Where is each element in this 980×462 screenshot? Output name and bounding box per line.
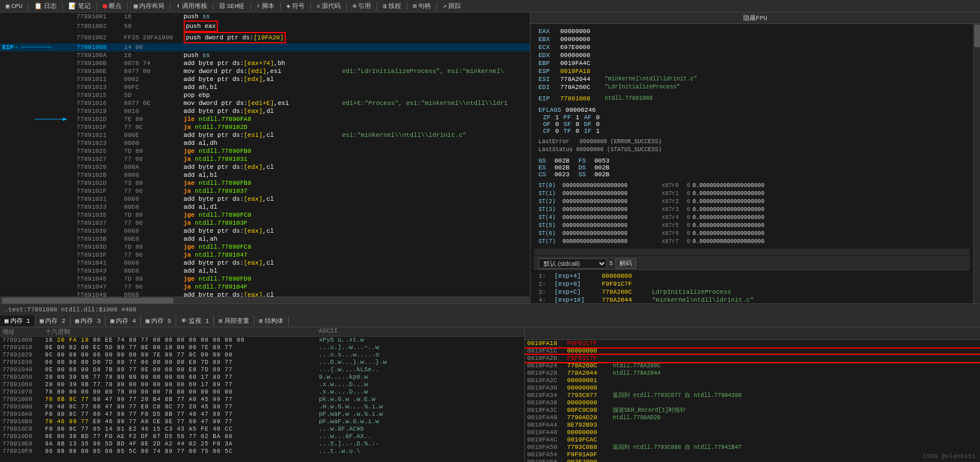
toolbar-src[interactable]: ◇ 源代码 [313,1,345,11]
mem-row[interactable]: 778910E0 9A 8B 13 35 96 5D BD 4F 8E 2D A… [0,440,524,448]
mem-row[interactable]: 778910C0 F0 80 8C 77 05 14 01 E2 46 15 C… [0,425,524,433]
toolbar-script[interactable]: ⚡ 脚本 [253,1,278,11]
mem-row[interactable]: 77891070 78 80 00 00 00 00 78 00 00 00 7… [0,388,524,396]
table-row[interactable]: 7789102D 73 89 jae ntdll.77890FB8 [0,179,530,187]
table-row[interactable]: 77891033 00D8 add al,dl [0,203,530,211]
mem-row[interactable]: 778910A0 F0 80 8C 77 60 47 99 77 F0 D5 8… [0,411,524,418]
cs-entry-1[interactable]: 1: [esp+4] 00000000 [538,272,965,280]
table-row[interactable]: 7789102B 0008 add al,bl [0,171,530,179]
mem-row[interactable]: 77891030 06 00 08 00 D0 7D 89 77 06 00 0… [0,359,524,366]
table-row[interactable]: 7789100A 16 push ss [0,51,530,59]
table-row[interactable]: 77891002 50 push eax [0,21,530,32]
reg-scrollbar-thumb[interactable] [974,25,980,47]
table-row[interactable]: 77891015 5D pop ebp [0,91,530,99]
cs-entry-4[interactable]: 4: [esp+10] 778A2044 "minkernel\ntdll\ld… [538,296,965,303]
reg-edx[interactable]: EDX 00000000 [538,51,965,59]
table-row[interactable]: 77891023 0000 add al,dh [0,139,530,147]
memory-table[interactable]: 77891000 16 20 FA 19 00 EE 74 89 77 00 0… [0,337,524,462]
table-row[interactable]: 77891035 7D 89 jge ntdll.77890FC0 [0,211,530,219]
toolbar-log[interactable]: 📋 日志 [31,1,60,11]
toolbar-sym[interactable]: ◈ 符号 [283,1,308,11]
disassembly-view[interactable]: 77891001 16 push ss 77891002 50 push eax [0,13,530,297]
table-row[interactable]: 77891021 000E add byte ptr ds:[esi],cl e… [0,131,530,139]
table-row[interactable]: 77891043 00D8 add al,bl [0,267,530,275]
stack-row[interactable]: 0019FA4C 0019FCAC [525,436,980,444]
table-row[interactable]: 77891013 00FC add ah,bl [0,83,530,91]
tab-struct[interactable]: ⊠ 结构体 [254,315,289,326]
stack-row[interactable]: 0019FA20 F9F91C7F [525,355,980,362]
mem-row[interactable]: 77891040 0E 00 08 00 D8 7B 89 77 0E 00 0… [0,366,524,374]
table-row[interactable]: 7789102F 77 06 ja ntdll.77891037 [0,187,530,195]
toolbar-ref[interactable]: ⊕ 引用 [349,1,374,11]
table-row[interactable]: 77891029 000A add byte ptr ds:[edx],cl [0,163,530,171]
table-row[interactable]: 77891049 0008 add byte ptr ds:[eax],cl [0,291,530,297]
mem-row[interactable]: 778910B0 70 46 99 77 E0 46 99 77 A0 CE 8… [0,418,524,425]
cs-entry-2[interactable]: 2: [esp+8] F9F91C7F [538,280,965,288]
tab-locals[interactable]: ⊞ 局部变量 [214,315,254,326]
mem-row[interactable]: 77891080 70 6B 8C 77 60 47 99 77 20 B4 8… [0,396,524,403]
table-row[interactable]: 77891045 7D 89 jge ntdll.77890FD0 [0,275,530,283]
reg-eip[interactable]: EIP 77891008 ntdll.77891008 [538,95,965,103]
mem-row[interactable]: 77891060 20 00 39 9B 77 78 80 00 00 00 0… [0,381,524,388]
mem-row[interactable]: 778910D0 0E 00 38 BD 77 FD AE F2 DF 07 D… [0,433,524,440]
table-row[interactable]: 77891011 0002 add byte ptr ds:[edx],al [0,75,530,83]
reg-eax[interactable]: EAX 00000000 [538,27,965,35]
table-row[interactable]: 77891027 77 08 ja ntdll.77891031 [0,155,530,163]
table-row[interactable]: 77891025 7D 89 jge ntdll.77890FB0 [0,147,530,155]
mem-row[interactable]: 77891000 16 20 FA 19 00 EE 74 89 77 00 0… [0,337,524,344]
stack-row[interactable]: 0019FA24 778A260C ntdll.778A260C [525,362,980,370]
table-row[interactable]: 77891047 77 06 ja ntdll.7789104F [0,283,530,291]
mem-row[interactable]: 77891020 0C 00 08 00 06 00 00 00 00 7E 8… [0,351,524,359]
tab-memory2[interactable]: ▦ 内存 2 [35,315,71,326]
toolbar-handle[interactable]: ⊞ 句柄 [410,1,435,11]
toolbar-note[interactable]: 📝 笔记 [65,1,94,11]
table-row[interactable]: 77891037 77 06 ja ntdll.7789103F [0,219,530,227]
toolbar-breakpoint[interactable]: 断点 [99,1,125,11]
toolbar-thread[interactable]: ⇶ 线程 [379,1,404,11]
mem-row[interactable]: 77891090 F0 48 8C 77 60 47 99 77 E0 C8 8… [0,403,524,411]
stack-row[interactable]: 0019FA38 00000000 [525,399,980,407]
table-row[interactable]: 77891019 0010 add byte ptr ds:[eax],dl [0,107,530,115]
tab-memory3[interactable]: ▦ 内存 3 [71,315,106,326]
eip-row[interactable]: EIP→ ──────── 77891008 14 00 [0,43,530,51]
toolbar-callstack[interactable]: ⬇ 调用堆栈 [173,1,210,11]
table-row[interactable]: 77891031 0008 add byte ptr ds:[eax],cl [0,195,530,203]
stack-row[interactable]: 0019FA18 F9F91C7F [525,340,980,347]
table-row[interactable]: 7789101F 77 0C ja ntdll.7789102D [0,123,530,131]
stack-row[interactable]: 0019FA58 003F2000 [525,459,980,462]
table-row[interactable]: 7789103D 7D 89 jge ntdll.77890FC8 [0,243,530,251]
tab-memory5[interactable]: ▦ 内存 5 [141,315,176,326]
decode-button[interactable]: 解码 [615,258,636,269]
stack-row[interactable]: 0019FA30 00000000 [525,384,980,392]
table-row[interactable]: 77891016 8977 0E mov dword ptr ds:[edi+E… [0,99,530,107]
reg-hscrollbar[interactable] [534,249,970,256]
convention-select[interactable]: 默认 (stdcall) [538,258,607,269]
asm-hscrollbar[interactable] [0,297,530,303]
mem-row[interactable]: 77891010 0E 00 02 00 EC 5D 89 77 0E 00 1… [0,344,524,351]
table-row[interactable]: 7789103F 77 06 ja ntdll.77891047 [0,251,530,259]
mem-row[interactable]: 77891050 20 00 39 9B 77 78 80 00 00 00 0… [0,374,524,381]
toolbar-memlayout[interactable]: ▦ 内存布局 [130,1,168,11]
table-row[interactable]: 77891039 0008 add byte ptr ds:[eax],cl [0,227,530,235]
toolbar-cpu[interactable]: ▣ CPU [2,2,26,10]
stack-row[interactable]: 0019FA1C 00000000 [525,347,980,355]
stack-row[interactable]: 0019FA48 00000000 [525,429,980,436]
tab-watch1[interactable]: 👁 监视 1 [176,315,214,326]
tab-memory1[interactable]: ▦ 内存 1 [0,315,35,326]
mem-row[interactable]: 778910F0 06 08 08 00 05 08 05 5C 00 74 8… [0,448,524,455]
reg-ebx[interactable]: EBX 00000000 [538,35,965,43]
reg-eflags[interactable]: EFLAGS 00000246 [538,106,965,114]
table-row[interactable]: 7789100B 0078 74 add byte ptr ds:[eax+74… [0,59,530,67]
stack-row[interactable]: 0019FA2C 00000001 [525,377,980,384]
table-row[interactable]: 77891001 16 push ss [0,13,530,21]
reg-ecx[interactable]: ECX 697E0000 [538,43,965,51]
toolbar-seh[interactable]: ⛓ SEH链 [216,1,248,11]
stack-row[interactable]: 0019FA3C 00FC9C00 描述SEH_Record[1]时指针 [525,407,980,414]
table-row[interactable]: 77891002 FF35 20FA1900 push dword ptr ds… [0,32,530,43]
stack-row[interactable]: 0019FA44 8E792B93 [525,422,980,429]
reg-esi[interactable]: ESI 778A2044 "minkernel\ntdll\ldrinit.c" [538,75,965,83]
table-row[interactable]: 77891041 0008 add byte ptr ds:[eax],cl [0,259,530,267]
fpu-header[interactable]: 隐藏FPU [531,13,980,24]
stack-row[interactable]: 0019FA50 7793C088 返回到 ntdll.7793C088 自 n… [525,444,980,451]
reg-vscrollbar[interactable] [973,24,980,303]
